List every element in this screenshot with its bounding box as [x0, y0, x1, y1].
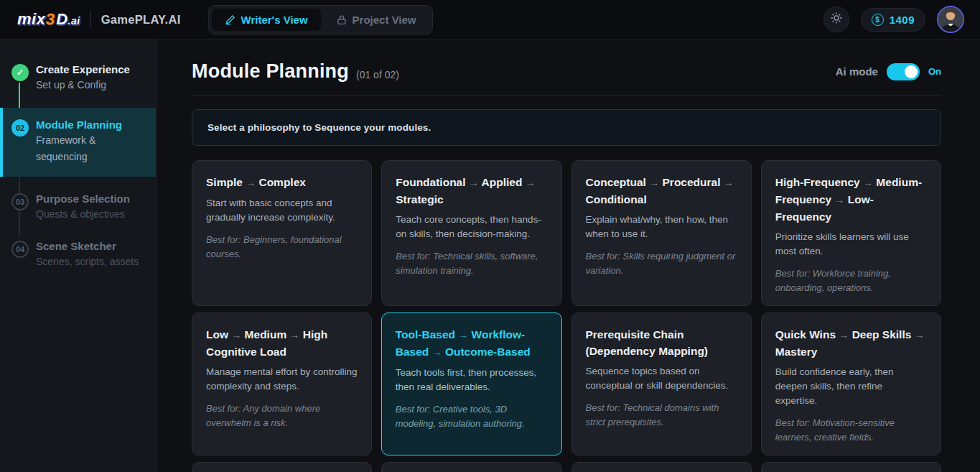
- card-title: Low → Medium → High Cognitive Load: [206, 326, 358, 360]
- ai-mode-label: Ai mode: [836, 65, 878, 78]
- step-title: Module Planning: [36, 117, 144, 132]
- philosophy-card[interactable]: Scenario-Based Sequencing Use progressiv…: [192, 462, 372, 472]
- card-description: Explain what/why, then how, then when to…: [586, 213, 737, 241]
- instruction-text: Select a philosophy to Sequence your mod…: [207, 122, 431, 133]
- card-best-for: Best for: Technical domains with strict …: [586, 401, 737, 430]
- sidebar-step-create-experience[interactable]: ✓ Create Experience Set up & Config: [0, 54, 156, 101]
- view-tabs: Writer's View Project View: [208, 5, 433, 34]
- card-description: Teach core concepts, then hands-on skill…: [396, 213, 547, 241]
- logo-tld: .ai: [68, 15, 80, 27]
- step-subtitle: Set up & Config: [36, 77, 130, 93]
- credits-count: 1409: [890, 14, 915, 26]
- card-description: Start with basic concepts and gradually …: [206, 196, 358, 225]
- philosophy-card[interactable]: High-Frequency → Medium-Frequency → Low-…: [761, 160, 941, 306]
- card-best-for: Best for: Motivation-sensitive learners,…: [775, 416, 927, 445]
- tab-label: Project View: [353, 14, 416, 26]
- philosophy-card-selected[interactable]: Tool-Based → Workflow-Based → Outcome-Ba…: [381, 313, 561, 455]
- step-number-badge: 03: [11, 193, 29, 210]
- philosophy-card[interactable]: Conceptual → Procedural → Conditional Ex…: [571, 160, 752, 306]
- credits-pill[interactable]: $ 1409: [861, 8, 925, 32]
- philosophy-card[interactable]: Exploration → Explanation → Experimentat…: [761, 462, 941, 472]
- step-title: Scene Sketcher: [36, 239, 139, 254]
- brand-name: GamePLAY.AI: [101, 13, 181, 27]
- card-best-for: Best for: Technical skills, software, si…: [396, 249, 547, 278]
- sidebar-step-purpose-selection[interactable]: 03 Purpose Selection Quests & objectives: [0, 183, 156, 231]
- sidebar-step-module-planning[interactable]: 02 Module Planning Framework & sequencin…: [0, 108, 156, 177]
- step-subtitle: Scenes, scripts, assets: [36, 254, 139, 270]
- tab-writers-view[interactable]: Writer's View: [212, 9, 321, 31]
- philosophy-card-grid: Simple → Complex Start with basic concep…: [192, 160, 941, 472]
- card-description: Prioritize skills learners will use most…: [775, 230, 927, 259]
- card-description: Sequence topics based on conceptual or s…: [586, 364, 737, 393]
- ai-mode-control: Ai mode On: [836, 63, 941, 80]
- pencil-icon: [225, 14, 235, 25]
- page-title: Module Planning: [192, 60, 349, 83]
- header-divider: [192, 95, 941, 96]
- logo-text-pre: mix: [17, 10, 45, 29]
- card-title: Tool-Based → Workflow-Based → Outcome-Ba…: [396, 326, 548, 361]
- card-title: Simple → Complex: [206, 174, 358, 191]
- card-best-for: Best for: Creative tools, 3D modeling, s…: [396, 402, 548, 431]
- topbar-divider: [90, 10, 91, 29]
- top-bar: mix3D.ai GamePLAY.AI Writer's View Proje…: [0, 0, 980, 40]
- card-best-for: Best for: Skills requiring judgment or v…: [586, 249, 737, 278]
- tab-label: Writer's View: [241, 14, 308, 26]
- philosophy-card[interactable]: Prerequisite Chain (Dependency Mapping) …: [571, 313, 752, 455]
- card-best-for: Best for: Any domain where overwhelm is …: [206, 402, 358, 430]
- instruction-banner: Select a philosophy to Sequence your mod…: [192, 109, 941, 146]
- card-title: Conceptual → Procedural → Conditional: [586, 174, 737, 208]
- card-best-for: Best for: Workforce training, onboarding…: [775, 267, 927, 295]
- ai-mode-toggle[interactable]: [887, 63, 920, 80]
- lock-icon: [337, 14, 347, 25]
- step-check-icon: ✓: [11, 64, 29, 81]
- step-number-badge: 02: [11, 119, 29, 136]
- card-title: High-Frequency → Medium-Frequency → Low-…: [775, 174, 927, 225]
- philosophy-card[interactable]: Role-Based Sequencing Organize content b…: [381, 462, 561, 472]
- dollar-coin-icon: $: [872, 14, 884, 26]
- page-header: Module Planning (01 of 02) Ai mode On: [192, 60, 941, 83]
- theme-toggle-button[interactable]: [823, 6, 849, 32]
- sun-icon: [830, 11, 843, 27]
- philosophy-card[interactable]: Quick Wins → Deep Skills → Mastery Build…: [761, 313, 941, 455]
- user-avatar[interactable]: [937, 6, 964, 33]
- card-best-for: Best for: Beginners, foundational course…: [206, 233, 358, 262]
- card-title: Foundational → Applied → Strategic: [396, 174, 547, 208]
- card-description: Manage mental effort by controlling comp…: [206, 365, 358, 394]
- sidebar-step-scene-sketcher[interactable]: 04 Scene Sketcher Scenes, scripts, asset…: [0, 231, 156, 278]
- card-title: Quick Wins → Deep Skills → Mastery: [775, 326, 927, 360]
- main-content: Module Planning (01 of 02) Ai mode On Se…: [157, 40, 980, 472]
- page-step-count: (01 of 02): [356, 69, 399, 80]
- step-subtitle: Framework & sequencing: [36, 132, 144, 165]
- step-number-badge: 04: [11, 241, 29, 258]
- tab-project-view[interactable]: Project View: [324, 9, 429, 31]
- philosophy-card[interactable]: Bloom's Taxonomy Progression Move from r…: [571, 462, 752, 472]
- card-description: Teach tools first, then processes, then …: [396, 366, 548, 394]
- step-subtitle: Quests & objectives: [36, 206, 130, 223]
- logo-text-post: D: [56, 10, 67, 29]
- steps-sidebar: ✓ Create Experience Set up & Config 02 M…: [0, 40, 157, 472]
- card-title: Prerequisite Chain (Dependency Mapping): [586, 326, 737, 359]
- philosophy-card[interactable]: Low → Medium → High Cognitive Load Manag…: [192, 313, 372, 455]
- app-logo: mix3D.ai: [17, 10, 80, 29]
- card-description: Build confidence early, then deepen skil…: [775, 365, 927, 408]
- step-title: Create Experience: [36, 62, 130, 77]
- philosophy-card[interactable]: Simple → Complex Start with basic concep…: [192, 160, 372, 306]
- philosophy-card[interactable]: Foundational → Applied → Strategic Teach…: [381, 160, 561, 306]
- toggle-knob: [905, 65, 918, 78]
- topbar-right-cluster: $ 1409: [823, 6, 964, 33]
- step-title: Purpose Selection: [36, 191, 130, 206]
- ai-mode-state: On: [928, 66, 941, 77]
- avatar-image: [938, 7, 963, 32]
